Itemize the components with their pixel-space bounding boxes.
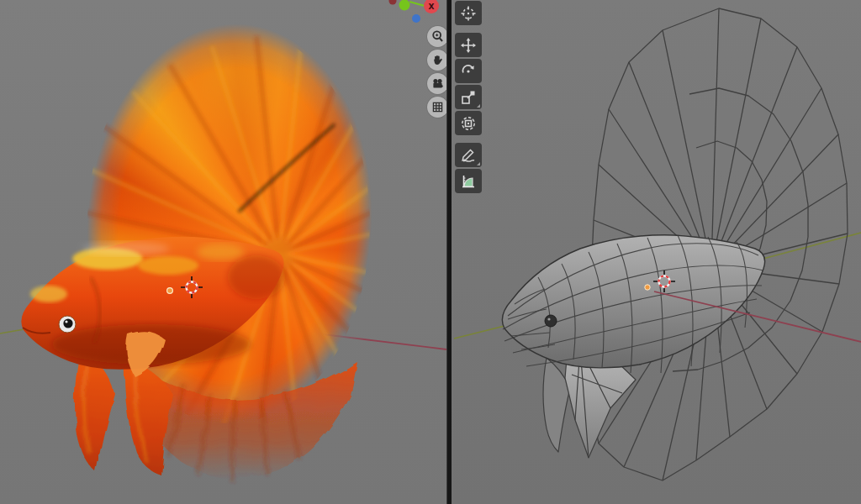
measure-tool-icon <box>460 173 477 190</box>
object-origin[interactable] <box>645 285 650 290</box>
annotate-tool-button[interactable] <box>455 143 482 167</box>
scale-tool-button[interactable] <box>455 85 482 109</box>
tool-shelf <box>455 1 482 195</box>
viewport-rendered[interactable]: X <box>0 0 446 504</box>
camera-view-button[interactable] <box>427 73 446 94</box>
camera-icon <box>430 76 445 91</box>
annotate-tool-icon <box>460 147 477 164</box>
x-axis-line <box>323 334 446 349</box>
navigation-axis-gizmo[interactable]: X <box>378 0 446 29</box>
move-tool-button[interactable] <box>455 33 482 57</box>
object-origin[interactable] <box>167 288 173 294</box>
blender-window: X <box>0 0 861 504</box>
cursor-tool-icon <box>460 5 477 22</box>
transform-tool-button[interactable] <box>455 111 482 135</box>
hand-icon <box>430 53 445 67</box>
viewport-wireframe[interactable] <box>452 0 861 504</box>
axis-ball-x-negative[interactable] <box>389 0 397 5</box>
move-tool-icon <box>460 37 477 54</box>
axis-ball-y[interactable] <box>399 0 410 11</box>
pectoral-fin <box>126 331 165 376</box>
rendered-fish-scene <box>0 0 446 504</box>
wireframe-fish-scene <box>452 0 861 504</box>
viewport-nav-controls <box>427 26 446 118</box>
measure-tool-button[interactable] <box>455 169 482 193</box>
zoom-button[interactable] <box>427 26 446 47</box>
magnifier-icon <box>430 29 445 44</box>
transform-tool-icon <box>460 115 477 132</box>
axis-ball-z[interactable] <box>412 14 420 23</box>
scale-tool-icon <box>460 89 477 106</box>
grid-icon <box>430 100 445 114</box>
perspective-toggle-button[interactable] <box>427 97 446 118</box>
axis-x-label: X <box>429 3 435 11</box>
rotate-tool-button[interactable] <box>455 59 482 83</box>
rotate-tool-icon <box>460 63 477 80</box>
fish-eye-wireframe <box>545 315 557 327</box>
pan-button[interactable] <box>427 50 446 71</box>
cursor-tool-button[interactable] <box>455 1 482 25</box>
